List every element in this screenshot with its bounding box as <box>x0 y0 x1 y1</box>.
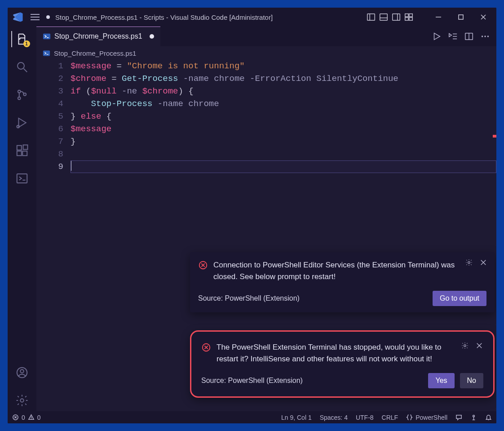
gear-icon[interactable] <box>461 342 469 350</box>
tab-label: Stop_Chrome_Process.ps1 <box>54 32 142 40</box>
svg-point-38 <box>468 262 470 264</box>
dirty-dot-icon <box>150 34 154 39</box>
notifications-stack: Connection to PowerShell Editor Services… <box>190 252 495 398</box>
tab-bar: Stop_Chrome_Process.ps1 <box>36 27 496 46</box>
app-menu-icon[interactable] <box>29 11 41 23</box>
editor-group: Stop_Chrome_Process.ps1 Stop_Chrome_Proc… <box>36 27 496 411</box>
maximize-button[interactable] <box>450 8 472 27</box>
split-editor-icon[interactable] <box>464 31 474 41</box>
minimize-button[interactable] <box>427 8 450 27</box>
svg-line-15 <box>23 69 27 72</box>
svg-point-17 <box>18 97 20 100</box>
line-number-gutter: 1 2 3 4 5 6 7 8 9 <box>36 60 71 411</box>
svg-point-44 <box>464 345 466 347</box>
breadcrumb-label: Stop_Chrome_Process.ps1 <box>54 49 136 57</box>
window-title: Stop_Chrome_Process.ps1 - Scripts - Visu… <box>55 13 273 21</box>
svg-point-27 <box>20 399 24 402</box>
more-actions-icon[interactable] <box>480 31 490 41</box>
title-bar: Stop_Chrome_Process.ps1 - Scripts - Visu… <box>8 8 496 27</box>
activity-search[interactable] <box>11 56 33 78</box>
status-problems[interactable]: 0 0 <box>12 414 41 421</box>
svg-point-54 <box>31 418 31 419</box>
gear-icon[interactable] <box>465 258 473 267</box>
toggle-panel-right-icon[interactable] <box>391 12 401 22</box>
explorer-badge: 1 <box>23 40 30 47</box>
svg-rect-9 <box>409 18 412 20</box>
status-encoding[interactable]: UTF-8 <box>356 414 374 421</box>
svg-point-55 <box>473 415 475 417</box>
error-icon <box>198 260 208 270</box>
close-button[interactable] <box>472 8 495 27</box>
go-to-output-button[interactable]: Go to output <box>433 291 486 306</box>
svg-point-19 <box>17 125 19 128</box>
error-count-icon <box>12 414 19 421</box>
layout-controls <box>366 12 414 22</box>
yes-button[interactable]: Yes <box>428 373 454 388</box>
svg-rect-0 <box>367 14 375 21</box>
close-icon[interactable] <box>475 342 483 350</box>
svg-rect-22 <box>22 151 27 156</box>
notification-toast: The PowerShell Extension Terminal has st… <box>190 330 495 398</box>
svg-point-36 <box>487 36 489 37</box>
run-selection-icon[interactable] <box>448 31 458 41</box>
editor-tab[interactable]: Stop_Chrome_Process.ps1 <box>36 27 160 46</box>
vscode-logo-icon <box>12 11 24 23</box>
svg-rect-2 <box>380 14 388 21</box>
activity-powershell[interactable] <box>11 168 33 189</box>
status-language[interactable]: PowerShell <box>406 414 447 421</box>
bell-icon <box>485 414 492 421</box>
activity-extensions[interactable] <box>11 140 33 161</box>
close-icon[interactable] <box>479 258 487 267</box>
toggle-panel-left-icon[interactable] <box>366 12 376 22</box>
toggle-panel-bottom-icon[interactable] <box>379 12 389 22</box>
window: Stop_Chrome_Process.ps1 - Scripts - Visu… <box>8 8 496 423</box>
status-feedback[interactable] <box>455 414 462 421</box>
run-icon[interactable] <box>432 31 442 41</box>
activity-settings[interactable] <box>11 390 33 411</box>
feedback-icon <box>455 414 462 421</box>
breadcrumb[interactable]: Stop_Chrome_Process.ps1 <box>36 46 496 60</box>
svg-point-26 <box>20 369 24 373</box>
activity-explorer[interactable]: 1 <box>11 28 33 50</box>
warning-count-icon <box>28 414 35 421</box>
status-cursor-position[interactable]: Ln 9, Col 1 <box>281 414 312 421</box>
svg-point-34 <box>482 36 483 37</box>
status-remote[interactable] <box>470 414 477 421</box>
activity-bar: 1 <box>8 27 36 411</box>
customize-layout-icon[interactable] <box>404 12 414 22</box>
overview-ruler-marker <box>493 135 496 138</box>
status-indentation[interactable]: Spaces: 4 <box>320 414 348 421</box>
svg-point-14 <box>18 62 24 69</box>
svg-rect-6 <box>405 14 408 17</box>
activity-accounts[interactable] <box>11 362 33 383</box>
svg-rect-21 <box>17 151 21 156</box>
status-notifications[interactable] <box>485 414 492 421</box>
svg-point-16 <box>18 90 20 93</box>
status-bar: 0 0 Ln 9, Col 1 Spaces: 4 UTF-8 CRLF Pow… <box>8 411 496 423</box>
svg-point-35 <box>484 36 486 37</box>
activity-source-control[interactable] <box>11 84 33 106</box>
svg-rect-23 <box>23 145 27 150</box>
svg-rect-7 <box>409 14 412 17</box>
notification-toast: Connection to PowerShell Editor Services… <box>190 252 495 312</box>
powershell-file-icon <box>43 49 50 57</box>
broadcast-icon <box>470 414 477 421</box>
notification-source: Source: PowerShell (Extension) <box>201 377 423 385</box>
svg-rect-20 <box>17 146 21 150</box>
powershell-file-icon <box>43 32 51 40</box>
notification-source: Source: PowerShell (Extension) <box>198 294 427 302</box>
notification-message: The PowerShell Extension Terminal has st… <box>217 342 483 365</box>
braces-icon <box>406 414 413 421</box>
svg-rect-4 <box>393 14 400 21</box>
editor-actions <box>432 27 496 46</box>
activity-run-debug[interactable] <box>11 112 33 133</box>
dirty-indicator-icon <box>46 15 50 19</box>
error-icon <box>201 342 211 352</box>
notification-message: Connection to PowerShell Editor Services… <box>213 259 486 283</box>
svg-rect-11 <box>459 15 463 19</box>
svg-rect-8 <box>405 18 408 20</box>
status-eol[interactable]: CRLF <box>382 414 398 421</box>
no-button[interactable]: No <box>460 373 483 388</box>
